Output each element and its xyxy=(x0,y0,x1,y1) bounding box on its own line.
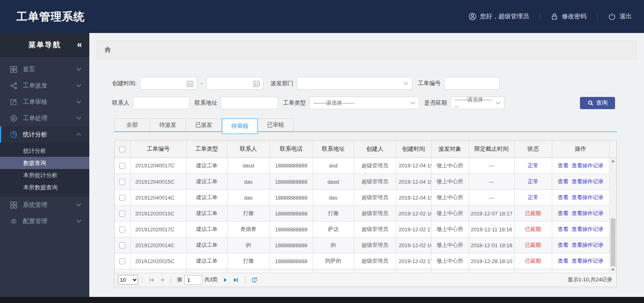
user-greeting[interactable]: 您好，超级管理员 xyxy=(469,13,529,20)
sidebar-item-label: 工单审核 xyxy=(23,98,47,106)
chevron-down-icon xyxy=(403,82,408,85)
home-icon[interactable] xyxy=(104,46,112,54)
prev-page-button[interactable] xyxy=(157,275,167,285)
cell-order-no: 201912020017C xyxy=(130,222,186,237)
tab-reviewed[interactable]: 已审核 xyxy=(258,119,294,132)
delay-select[interactable]: -------请选择------- xyxy=(450,97,505,109)
cell-order-no: 201912040017C xyxy=(130,158,186,174)
cell-order-no: 201912020014C xyxy=(130,237,186,253)
submenu-item-statistics[interactable]: 统计分析 xyxy=(0,145,89,157)
created-time-start-input[interactable] xyxy=(140,77,197,89)
tab-dispatched[interactable]: 已派发 xyxy=(186,119,222,132)
page-size-select[interactable]: 10 xyxy=(118,275,138,285)
sidebar-item-config[interactable]: 配置管理 xyxy=(0,213,89,229)
address-input[interactable] xyxy=(221,97,278,109)
user-icon xyxy=(469,13,476,20)
cell-deadline: --- xyxy=(469,158,514,174)
row-checkbox[interactable] xyxy=(119,211,125,217)
logout-button[interactable]: 退出 xyxy=(608,13,632,20)
view-log-link[interactable]: 查看操作记录 xyxy=(572,162,604,169)
cell-contact: 打撒 xyxy=(227,206,270,222)
sidebar-item-system[interactable]: 系统管理 xyxy=(0,197,89,213)
row-checkbox[interactable] xyxy=(119,242,125,248)
cell-created: 2019-12-02 17 xyxy=(396,222,431,237)
date-range-dash: - xyxy=(201,80,203,87)
view-link[interactable]: 查看 xyxy=(558,210,569,216)
header-divider xyxy=(540,13,540,20)
view-log-link[interactable]: 查看操作记录 xyxy=(572,242,604,248)
status-tabs: 全部 待派发 已派发 待审核 已审核 xyxy=(114,119,617,132)
created-time-end-input[interactable] xyxy=(207,77,263,89)
tab-pending-review[interactable]: 待审核 xyxy=(222,119,258,134)
cell-address: 阿萨的 xyxy=(313,253,354,269)
cell-address: 萨达 xyxy=(313,222,354,237)
cell-target: 墩上中心所 xyxy=(431,237,469,253)
search-form-row-2: 联系人 联系地址 工单类型 -------请选择------- 是否延期 ---… xyxy=(112,97,615,109)
search-button[interactable]: 查询 xyxy=(580,97,615,109)
power-icon xyxy=(608,13,616,20)
scroll-down-button[interactable] xyxy=(610,267,616,273)
row-checkbox[interactable] xyxy=(119,179,125,185)
address-field xyxy=(221,97,278,109)
order-type-select[interactable]: -------请选择------- xyxy=(309,97,419,109)
contact-input[interactable] xyxy=(133,97,189,109)
sidebar-item-process[interactable]: 工单处理 xyxy=(0,110,89,126)
sidebar-item-home[interactable]: 首页 xyxy=(0,61,89,77)
status-badge: 已延期 xyxy=(514,253,552,269)
order-no-input[interactable] xyxy=(445,77,499,89)
cell-order-type: 建议工单 xyxy=(186,253,227,269)
cell-creator: 超级管理员 xyxy=(354,174,396,190)
select-all-checkbox[interactable] xyxy=(119,146,125,152)
table-row: 201912020015C 建议工单 打撒 18888888888 打撒 超级管… xyxy=(115,206,609,222)
submenu-item-office-statistics[interactable]: 本所统计分析 xyxy=(0,169,89,181)
greeting-text: 您好，超级管理员 xyxy=(480,13,529,20)
chevron-down-icon xyxy=(76,220,81,223)
view-log-link[interactable]: 查看操作记录 xyxy=(572,178,604,184)
view-log-link[interactable]: 查看操作记录 xyxy=(572,194,604,200)
cell-created: 2019-12-02 17 xyxy=(396,253,431,269)
sidebar-item-dispatch[interactable]: 工单派发 xyxy=(0,77,89,94)
submenu-item-office-data-query[interactable]: 本所数据查询 xyxy=(0,181,89,193)
row-checkbox[interactable] xyxy=(119,226,125,233)
first-page-button[interactable] xyxy=(146,275,157,285)
view-link[interactable]: 查看 xyxy=(558,258,569,264)
change-password-button[interactable]: 修改密码 xyxy=(551,13,586,20)
chevron-down-icon xyxy=(410,101,415,105)
scroll-up-button[interactable] xyxy=(610,158,616,164)
vertical-scrollbar[interactable] xyxy=(609,158,616,273)
sidebar-collapse-icon[interactable]: « xyxy=(77,40,82,49)
refresh-button[interactable] xyxy=(249,275,259,285)
view-log-link[interactable]: 查看操作记录 xyxy=(572,226,604,232)
view-link[interactable]: 查看 xyxy=(558,242,569,248)
view-link[interactable]: 查看 xyxy=(558,178,569,184)
share-icon xyxy=(10,82,17,89)
view-link[interactable]: 查看 xyxy=(558,162,569,169)
tab-all[interactable]: 全部 xyxy=(114,119,150,132)
next-page-button[interactable] xyxy=(220,275,230,285)
row-checkbox[interactable] xyxy=(119,163,125,169)
order-type-value: -------请选择------- xyxy=(314,99,354,107)
view-link[interactable]: 查看 xyxy=(558,226,569,232)
page-number-input[interactable] xyxy=(184,275,202,285)
row-checkbox[interactable] xyxy=(119,195,125,201)
tab-pending-dispatch[interactable]: 待派发 xyxy=(150,119,186,132)
header-actions: 您好，超级管理员 修改密码 退出 xyxy=(469,13,632,20)
cell-phone: 18888888888 xyxy=(270,190,313,206)
submenu-item-data-query[interactable]: 数据查询 xyxy=(0,157,89,169)
view-link[interactable]: 查看 xyxy=(558,194,569,200)
main-content: 创建时间: - 派发部门 工单编号 xyxy=(89,33,644,297)
dispatch-dept-select[interactable] xyxy=(297,77,412,90)
row-checkbox[interactable] xyxy=(119,258,125,264)
sidebar-header: 菜单导航 « xyxy=(0,33,89,57)
last-page-button[interactable] xyxy=(230,275,241,285)
sidebar-nav: 首页 工单派发 工单审核 工单处理 xyxy=(0,57,89,229)
cell-created: 2019-12-02 16 xyxy=(396,206,431,222)
cell-address: 打撒 xyxy=(313,206,354,222)
table-row: 201912040017C 建议工单 dasd 18888888888 asd … xyxy=(115,158,609,174)
scrollbar-thumb[interactable] xyxy=(611,218,615,266)
col-phone: 联系电话 xyxy=(270,141,313,158)
view-log-link[interactable]: 查看操作记录 xyxy=(572,210,604,216)
sidebar-item-statistics[interactable]: 统计分析 xyxy=(0,126,89,143)
view-log-link[interactable]: 查看操作记录 xyxy=(572,258,604,264)
sidebar-item-review[interactable]: 工单审核 xyxy=(0,94,89,110)
